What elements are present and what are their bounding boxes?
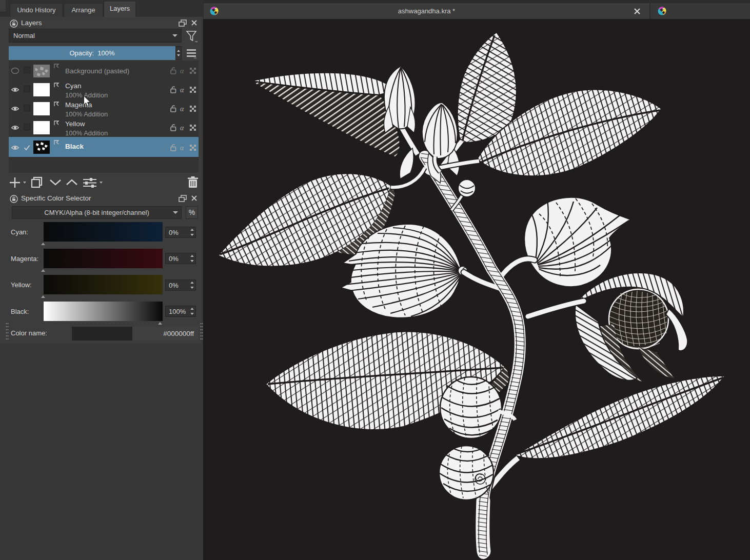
svg-text:α: α	[180, 105, 184, 113]
svg-text:α: α	[180, 124, 184, 132]
svg-text:α: α	[180, 144, 184, 152]
svg-text:α: α	[180, 86, 184, 94]
svg-text:α: α	[180, 67, 184, 75]
